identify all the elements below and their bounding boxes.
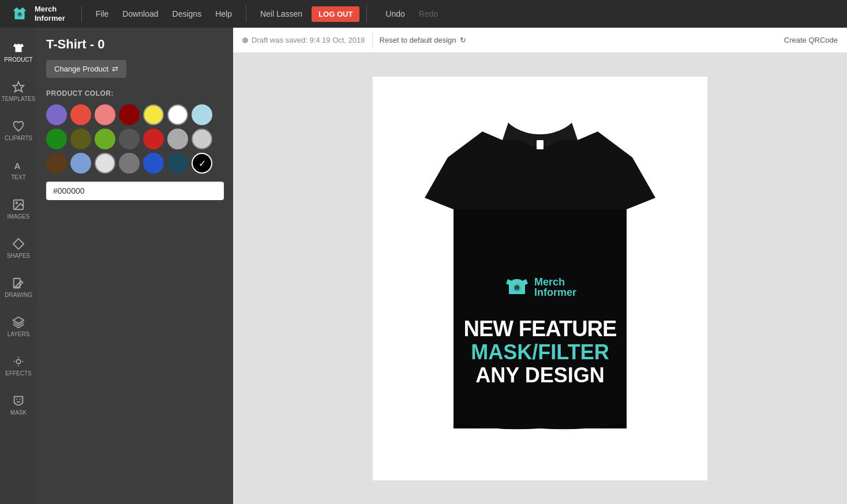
svg-point-7: [16, 202, 17, 204]
color-swatch-4[interactable]: [143, 104, 164, 125]
color-grid: ✓: [46, 104, 224, 174]
svg-text:A: A: [14, 161, 21, 170]
nav-help[interactable]: Help: [208, 0, 239, 28]
sidebar-item-drawing[interactable]: DRAWING: [0, 268, 37, 307]
color-swatch-15[interactable]: [70, 153, 91, 174]
nav-divider-3: [366, 5, 367, 22]
color-swatch-17[interactable]: [119, 153, 140, 174]
color-swatch-5[interactable]: [167, 104, 188, 125]
top-nav: i Merch Informer File Download Designs H…: [0, 0, 847, 28]
color-swatch-14[interactable]: [46, 153, 67, 174]
color-swatch-9[interactable]: [95, 129, 115, 149]
svg-marker-11: [13, 317, 24, 323]
svg-marker-4: [13, 81, 24, 91]
color-swatch-3[interactable]: [119, 104, 140, 125]
logout-button[interactable]: LOG OUT: [312, 6, 359, 22]
svg-text:NEW FEATURE: NEW FEATURE: [464, 317, 617, 341]
svg-text:i: i: [19, 14, 20, 17]
draft-text: Draft was saved: 9:4 19 Oct, 2018: [252, 36, 365, 44]
nav-file[interactable]: File: [89, 0, 116, 28]
color-swatch-16[interactable]: [95, 153, 115, 174]
tshirt-canvas: i Merch Informer NEW FEATURE MASK/FILTER…: [373, 77, 707, 480]
draft-dot: [242, 37, 248, 43]
svg-point-16: [16, 359, 20, 363]
main-area: PRODUCT TEMPLATES CLIPARTS A TEXT: [0, 28, 847, 504]
color-swatch-8[interactable]: [70, 129, 91, 149]
canvas-area: Draft was saved: 9:4 19 Oct, 2018 Reset …: [233, 28, 847, 504]
sidebar-item-mask[interactable]: MASK: [0, 385, 37, 424]
draft-status: Draft was saved: 9:4 19 Oct, 2018: [242, 36, 365, 44]
nav-logo[interactable]: i Merch Informer: [9, 3, 65, 24]
color-swatch-10[interactable]: [119, 129, 140, 149]
icon-sidebar: PRODUCT TEMPLATES CLIPARTS A TEXT: [0, 28, 37, 504]
nav-username: Neil Lassen: [253, 9, 309, 18]
nav-designs[interactable]: Designs: [166, 0, 209, 28]
image-icon: [12, 198, 25, 211]
color-swatch-2[interactable]: [95, 104, 115, 125]
color-swatch-18[interactable]: [143, 153, 164, 174]
color-swatch-19[interactable]: [167, 153, 188, 174]
reset-icon: ↻: [460, 36, 466, 44]
color-swatch-11[interactable]: [143, 129, 164, 149]
logo-text: Merch Informer: [35, 5, 65, 22]
create-qr-button[interactable]: Create QRCode: [784, 36, 838, 44]
star-icon: [12, 81, 25, 93]
nav-download[interactable]: Download: [115, 0, 165, 28]
change-product-icon: ⇄: [112, 65, 118, 73]
pencil-icon: [12, 277, 25, 289]
product-color-label: PRODUCT COLOR:: [46, 89, 224, 97]
color-swatch-6[interactable]: [192, 104, 212, 125]
effects-icon: [12, 355, 25, 368]
sidebar-item-text[interactable]: A TEXT: [0, 150, 37, 189]
merch-informer-logo-icon: i: [9, 3, 30, 24]
sidebar-item-effects[interactable]: EFFECTS: [0, 346, 37, 385]
tshirt-image: i Merch Informer NEW FEATURE MASK/FILTER…: [413, 117, 667, 440]
undo-button[interactable]: Undo: [378, 0, 411, 28]
nav-divider-2: [246, 5, 246, 22]
heart-icon: [12, 120, 25, 133]
svg-rect-19: [537, 140, 544, 149]
color-swatch-0[interactable]: [46, 104, 67, 125]
panel-title: T-Shirt - 0: [46, 37, 224, 52]
canvas-content: i Merch Informer NEW FEATURE MASK/FILTER…: [233, 53, 847, 504]
layers-icon: [12, 316, 25, 329]
sidebar-item-shapes[interactable]: SHAPES: [0, 228, 37, 268]
mask-icon: [12, 394, 25, 407]
canvas-toolbar: Draft was saved: 9:4 19 Oct, 2018 Reset …: [233, 28, 847, 53]
reset-design-button[interactable]: Reset to default design ↻: [380, 36, 466, 44]
svg-text:Merch: Merch: [534, 276, 565, 288]
svg-text:Informer: Informer: [534, 287, 576, 298]
sidebar-item-layers[interactable]: LAYERS: [0, 307, 37, 346]
sidebar-item-templates[interactable]: TEMPLATES: [0, 72, 37, 111]
svg-text:i: i: [516, 287, 518, 291]
tshirt-icon: [12, 42, 25, 54]
color-hex-input[interactable]: [46, 182, 224, 200]
color-swatch-13[interactable]: [192, 129, 212, 149]
sidebar-item-product[interactable]: PRODUCT: [0, 32, 37, 72]
color-swatch-1[interactable]: [70, 104, 91, 125]
undo-redo-group: Undo Redo: [378, 0, 445, 28]
text-icon: A: [12, 159, 25, 172]
product-panel: T-Shirt - 0 Change Product ⇄ PRODUCT COL…: [37, 28, 233, 504]
color-swatch-20[interactable]: ✓: [192, 153, 212, 174]
sidebar-item-images[interactable]: IMAGES: [0, 189, 37, 228]
change-product-button[interactable]: Change Product ⇄: [46, 60, 126, 78]
diamond-icon: [12, 238, 25, 250]
toolbar-divider: [372, 33, 373, 47]
svg-marker-8: [13, 238, 24, 249]
nav-divider-1: [81, 5, 82, 22]
redo-button[interactable]: Redo: [412, 0, 445, 28]
svg-text:MASK/FILTER: MASK/FILTER: [471, 340, 609, 364]
color-swatch-12[interactable]: [167, 129, 188, 149]
color-swatch-7[interactable]: [46, 129, 67, 149]
svg-text:ANY DESIGN: ANY DESIGN: [475, 363, 604, 387]
sidebar-item-cliparts[interactable]: CLIPARTS: [0, 111, 37, 150]
